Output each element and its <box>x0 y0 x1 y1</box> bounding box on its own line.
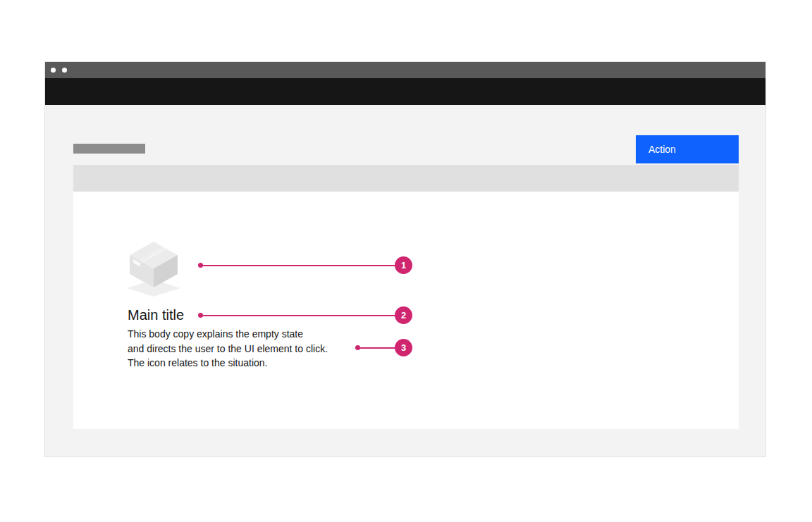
empty-state-body: This body copy explains the empty state … <box>128 327 328 371</box>
empty-state-body-line: and directs the user to the UI element t… <box>128 342 328 356</box>
window-dot-icon <box>51 68 56 73</box>
annotation-badge-1: 1 <box>395 256 412 274</box>
table-header-bar <box>73 165 739 192</box>
annotation-callout-1: 1 <box>198 256 412 274</box>
annotation-line <box>202 265 395 266</box>
design-spec-canvas: Action <box>0 0 812 522</box>
annotation-line <box>359 347 395 349</box>
skeleton-text-bar <box>73 144 145 154</box>
annotation-callout-3: 3 <box>355 339 412 356</box>
browser-titlebar <box>45 62 765 78</box>
app-header-bar <box>45 78 765 105</box>
annotation-callout-2: 2 <box>198 306 412 324</box>
empty-state-body-line: The icon relates to the situation. <box>128 356 328 371</box>
annotation-line <box>202 315 395 316</box>
package-box-icon <box>128 240 180 297</box>
annotation-badge-3: 3 <box>395 339 412 356</box>
page-content: Action <box>45 105 765 457</box>
empty-state-body-line: This body copy explains the empty state <box>128 327 328 342</box>
window-dot-icon <box>62 68 67 73</box>
annotation-badge-2: 2 <box>395 306 412 324</box>
empty-state-title: Main title <box>128 306 184 324</box>
action-button[interactable]: Action <box>636 135 739 163</box>
